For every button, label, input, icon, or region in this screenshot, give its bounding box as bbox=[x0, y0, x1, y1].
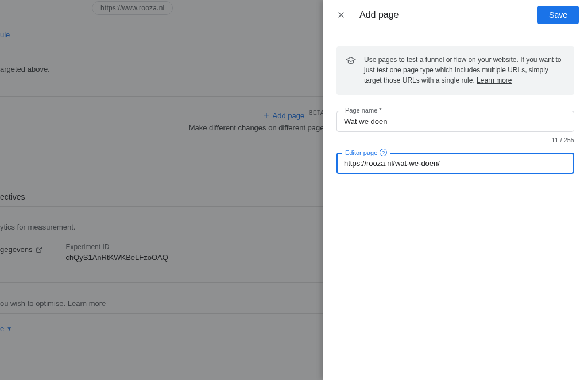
add-page-panel: Add page Save Use pages to test a funnel… bbox=[323, 0, 588, 380]
close-icon bbox=[336, 10, 346, 20]
page-name-input[interactable] bbox=[336, 111, 574, 132]
panel-header: Add page Save bbox=[323, 0, 588, 30]
close-button[interactable] bbox=[332, 6, 350, 24]
page-name-label: Page name * bbox=[342, 107, 385, 114]
info-box: Use pages to test a funnel or flow on yo… bbox=[336, 46, 574, 95]
info-text-content: Use pages to test a funnel or flow on yo… bbox=[364, 56, 562, 84]
page-name-charcount: 11 / 255 bbox=[336, 137, 574, 144]
info-text: Use pages to test a funnel or flow on yo… bbox=[364, 55, 565, 86]
editor-page-label-text: Editor page bbox=[345, 149, 377, 156]
panel-title: Add page bbox=[359, 10, 528, 20]
help-icon[interactable]: ? bbox=[380, 149, 387, 156]
page-name-field: Page name * bbox=[336, 111, 574, 132]
save-button[interactable]: Save bbox=[537, 6, 579, 24]
editor-page-field: Editor page ? bbox=[336, 153, 574, 174]
graduation-cap-icon bbox=[346, 55, 356, 65]
editor-page-label: Editor page ? bbox=[342, 149, 390, 156]
learn-more-link[interactable]: Learn more bbox=[477, 76, 512, 84]
panel-body: Use pages to test a funnel or flow on yo… bbox=[323, 30, 588, 195]
